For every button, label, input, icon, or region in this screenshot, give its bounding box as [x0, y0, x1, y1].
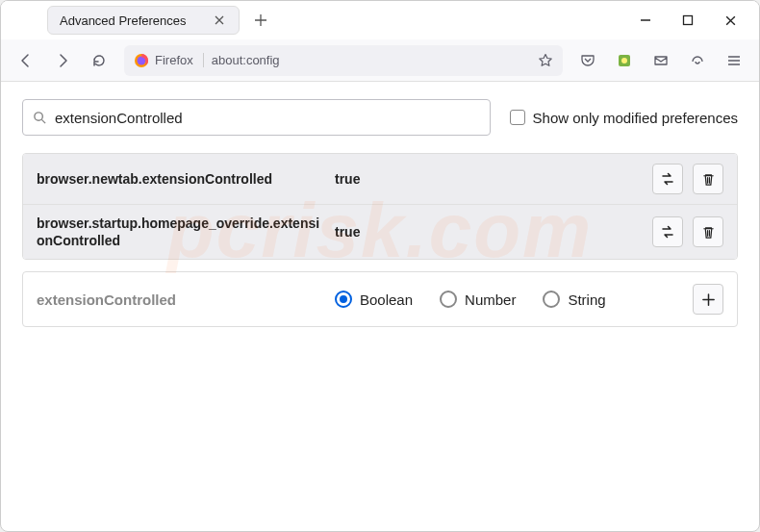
- pref-value: true: [335, 171, 643, 187]
- radio-string[interactable]: String: [543, 291, 605, 308]
- pref-row[interactable]: browser.startup.homepage_override.extens…: [23, 204, 737, 259]
- delete-button[interactable]: [693, 216, 723, 247]
- radio-boolean[interactable]: Boolean: [335, 291, 413, 308]
- toggle-button[interactable]: [652, 164, 683, 194]
- toggle-button[interactable]: [652, 216, 683, 247]
- search-row: Show only modified preferences: [22, 99, 738, 136]
- svg-point-5: [35, 112, 42, 119]
- browser-tab[interactable]: Advanced Preferences: [47, 6, 240, 35]
- pref-value: true: [335, 224, 643, 240]
- window-controls: [636, 11, 751, 30]
- reload-button[interactable]: [84, 45, 114, 76]
- radio-icon: [335, 291, 352, 308]
- prefs-table: browser.newtab.extensionControlled true …: [22, 153, 738, 260]
- window-frame: Advanced Preferences: [0, 0, 760, 532]
- close-tab-icon[interactable]: [212, 13, 227, 28]
- extension-button[interactable]: [609, 45, 640, 76]
- radio-number[interactable]: Number: [440, 291, 516, 308]
- bookmark-star-icon[interactable]: [538, 53, 553, 68]
- url-text: about:config: [212, 53, 530, 67]
- svg-point-4: [621, 58, 627, 63]
- close-window-button[interactable]: [721, 11, 740, 30]
- tab-title: Advanced Preferences: [60, 13, 202, 28]
- mail-button[interactable]: [646, 45, 676, 76]
- url-bar[interactable]: Firefox about:config: [124, 45, 563, 76]
- pref-row[interactable]: browser.newtab.extensionControlled true: [23, 154, 737, 204]
- show-modified-checkbox[interactable]: Show only modified preferences: [510, 110, 738, 126]
- pref-name: browser.startup.homepage_override.extens…: [37, 215, 325, 249]
- app-menu-button[interactable]: [719, 45, 749, 76]
- type-radio-group: Boolean Number String: [335, 291, 683, 308]
- search-icon: [33, 111, 47, 125]
- minimize-button[interactable]: [636, 11, 655, 30]
- radio-icon: [543, 291, 560, 308]
- new-pref-row: extensionControlled Boolean Number Strin…: [22, 271, 738, 327]
- svg-rect-0: [684, 16, 693, 25]
- pref-name: browser.newtab.extensionControlled: [37, 170, 325, 188]
- identity-label: Firefox: [155, 53, 204, 67]
- forward-button[interactable]: [47, 45, 78, 76]
- pocket-button[interactable]: [572, 45, 603, 76]
- radio-label: Number: [465, 291, 516, 308]
- content-area: Show only modified preferences browser.n…: [1, 82, 759, 344]
- identity-box[interactable]: Firefox: [134, 53, 204, 68]
- radio-label: Boolean: [360, 291, 413, 308]
- radio-label: String: [568, 291, 605, 308]
- delete-button[interactable]: [693, 164, 723, 194]
- titlebar: Advanced Preferences: [1, 1, 759, 39]
- search-input[interactable]: [55, 110, 480, 126]
- radio-icon: [440, 291, 457, 308]
- navigation-toolbar: Firefox about:config: [1, 39, 759, 82]
- new-tab-button[interactable]: [247, 7, 274, 34]
- search-box[interactable]: [22, 99, 491, 136]
- checkbox-icon: [510, 110, 525, 125]
- firefox-logo-icon: [134, 53, 149, 68]
- new-pref-name: extensionControlled: [37, 291, 325, 308]
- checkbox-label-text: Show only modified preferences: [533, 110, 738, 126]
- maximize-button[interactable]: [678, 11, 697, 30]
- back-button[interactable]: [11, 45, 41, 76]
- add-button[interactable]: [693, 284, 723, 315]
- account-button[interactable]: [682, 45, 713, 76]
